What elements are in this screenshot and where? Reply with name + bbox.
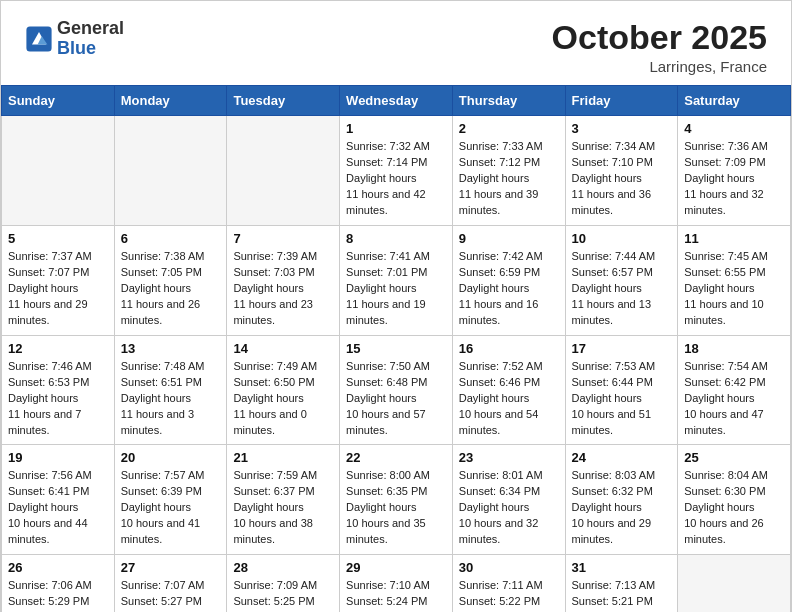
cell-content: Sunrise: 7:07 AMSunset: 5:27 PMDaylight …	[121, 578, 221, 612]
calendar-cell: 18Sunrise: 7:54 AMSunset: 6:42 PMDayligh…	[678, 335, 791, 445]
cell-content: Sunrise: 8:00 AMSunset: 6:35 PMDaylight …	[346, 468, 446, 548]
calendar-cell: 17Sunrise: 7:53 AMSunset: 6:44 PMDayligh…	[565, 335, 678, 445]
day-number: 12	[8, 341, 108, 356]
calendar-cell: 10Sunrise: 7:44 AMSunset: 6:57 PMDayligh…	[565, 226, 678, 336]
calendar-cell: 19Sunrise: 7:56 AMSunset: 6:41 PMDayligh…	[2, 445, 115, 555]
cell-content: Sunrise: 7:49 AMSunset: 6:50 PMDaylight …	[233, 359, 333, 439]
day-number: 19	[8, 450, 108, 465]
day-number: 13	[121, 341, 221, 356]
cell-content: Sunrise: 7:34 AMSunset: 7:10 PMDaylight …	[572, 139, 672, 219]
month-title: October 2025	[552, 19, 767, 56]
week-row-2: 12Sunrise: 7:46 AMSunset: 6:53 PMDayligh…	[2, 335, 791, 445]
calendar-cell	[2, 116, 115, 226]
header: General Blue October 2025 Larringes, Fra…	[1, 1, 791, 85]
cell-content: Sunrise: 7:32 AMSunset: 7:14 PMDaylight …	[346, 139, 446, 219]
logo-general: General	[57, 18, 124, 38]
calendar-cell: 1Sunrise: 7:32 AMSunset: 7:14 PMDaylight…	[340, 116, 453, 226]
cell-content: Sunrise: 7:38 AMSunset: 7:05 PMDaylight …	[121, 249, 221, 329]
cell-content: Sunrise: 7:54 AMSunset: 6:42 PMDaylight …	[684, 359, 784, 439]
calendar-cell: 6Sunrise: 7:38 AMSunset: 7:05 PMDaylight…	[114, 226, 227, 336]
day-number: 8	[346, 231, 446, 246]
weekday-header-tuesday: Tuesday	[227, 86, 340, 116]
cell-content: Sunrise: 7:06 AMSunset: 5:29 PMDaylight …	[8, 578, 108, 612]
day-number: 27	[121, 560, 221, 575]
cell-content: Sunrise: 7:11 AMSunset: 5:22 PMDaylight …	[459, 578, 559, 612]
day-number: 16	[459, 341, 559, 356]
day-number: 23	[459, 450, 559, 465]
day-number: 30	[459, 560, 559, 575]
cell-content: Sunrise: 7:53 AMSunset: 6:44 PMDaylight …	[572, 359, 672, 439]
location: Larringes, France	[552, 58, 767, 75]
day-number: 22	[346, 450, 446, 465]
calendar-page: General Blue October 2025 Larringes, Fra…	[0, 0, 792, 612]
calendar-cell	[114, 116, 227, 226]
cell-content: Sunrise: 7:45 AMSunset: 6:55 PMDaylight …	[684, 249, 784, 329]
calendar-cell: 21Sunrise: 7:59 AMSunset: 6:37 PMDayligh…	[227, 445, 340, 555]
cell-content: Sunrise: 7:46 AMSunset: 6:53 PMDaylight …	[8, 359, 108, 439]
calendar-cell: 23Sunrise: 8:01 AMSunset: 6:34 PMDayligh…	[452, 445, 565, 555]
cell-content: Sunrise: 7:52 AMSunset: 6:46 PMDaylight …	[459, 359, 559, 439]
weekday-header-wednesday: Wednesday	[340, 86, 453, 116]
calendar-cell: 28Sunrise: 7:09 AMSunset: 5:25 PMDayligh…	[227, 555, 340, 612]
day-number: 4	[684, 121, 784, 136]
cell-content: Sunrise: 8:01 AMSunset: 6:34 PMDaylight …	[459, 468, 559, 548]
day-number: 2	[459, 121, 559, 136]
cell-content: Sunrise: 7:37 AMSunset: 7:07 PMDaylight …	[8, 249, 108, 329]
day-number: 9	[459, 231, 559, 246]
cell-content: Sunrise: 7:44 AMSunset: 6:57 PMDaylight …	[572, 249, 672, 329]
day-number: 17	[572, 341, 672, 356]
day-number: 14	[233, 341, 333, 356]
day-number: 29	[346, 560, 446, 575]
calendar-cell: 14Sunrise: 7:49 AMSunset: 6:50 PMDayligh…	[227, 335, 340, 445]
weekday-header-thursday: Thursday	[452, 86, 565, 116]
day-number: 31	[572, 560, 672, 575]
calendar-table: SundayMondayTuesdayWednesdayThursdayFrid…	[1, 85, 791, 612]
cell-content: Sunrise: 7:09 AMSunset: 5:25 PMDaylight …	[233, 578, 333, 612]
cell-content: Sunrise: 7:57 AMSunset: 6:39 PMDaylight …	[121, 468, 221, 548]
calendar-cell: 12Sunrise: 7:46 AMSunset: 6:53 PMDayligh…	[2, 335, 115, 445]
calendar-cell: 8Sunrise: 7:41 AMSunset: 7:01 PMDaylight…	[340, 226, 453, 336]
cell-content: Sunrise: 7:41 AMSunset: 7:01 PMDaylight …	[346, 249, 446, 329]
week-row-4: 26Sunrise: 7:06 AMSunset: 5:29 PMDayligh…	[2, 555, 791, 612]
week-row-0: 1Sunrise: 7:32 AMSunset: 7:14 PMDaylight…	[2, 116, 791, 226]
calendar-cell: 27Sunrise: 7:07 AMSunset: 5:27 PMDayligh…	[114, 555, 227, 612]
calendar-cell: 7Sunrise: 7:39 AMSunset: 7:03 PMDaylight…	[227, 226, 340, 336]
logo-blue: Blue	[57, 38, 96, 58]
week-row-1: 5Sunrise: 7:37 AMSunset: 7:07 PMDaylight…	[2, 226, 791, 336]
weekday-header-monday: Monday	[114, 86, 227, 116]
calendar-wrapper: SundayMondayTuesdayWednesdayThursdayFrid…	[1, 85, 791, 612]
day-number: 25	[684, 450, 784, 465]
day-number: 21	[233, 450, 333, 465]
logo-icon	[25, 25, 53, 53]
cell-content: Sunrise: 7:48 AMSunset: 6:51 PMDaylight …	[121, 359, 221, 439]
weekday-header-friday: Friday	[565, 86, 678, 116]
calendar-cell: 13Sunrise: 7:48 AMSunset: 6:51 PMDayligh…	[114, 335, 227, 445]
calendar-cell: 26Sunrise: 7:06 AMSunset: 5:29 PMDayligh…	[2, 555, 115, 612]
cell-content: Sunrise: 7:13 AMSunset: 5:21 PMDaylight …	[572, 578, 672, 612]
cell-content: Sunrise: 7:36 AMSunset: 7:09 PMDaylight …	[684, 139, 784, 219]
weekday-header-row: SundayMondayTuesdayWednesdayThursdayFrid…	[2, 86, 791, 116]
day-number: 7	[233, 231, 333, 246]
cell-content: Sunrise: 7:42 AMSunset: 6:59 PMDaylight …	[459, 249, 559, 329]
calendar-cell: 9Sunrise: 7:42 AMSunset: 6:59 PMDaylight…	[452, 226, 565, 336]
calendar-cell: 5Sunrise: 7:37 AMSunset: 7:07 PMDaylight…	[2, 226, 115, 336]
title-section: October 2025 Larringes, France	[552, 19, 767, 75]
day-number: 11	[684, 231, 784, 246]
week-row-3: 19Sunrise: 7:56 AMSunset: 6:41 PMDayligh…	[2, 445, 791, 555]
day-number: 26	[8, 560, 108, 575]
calendar-cell: 20Sunrise: 7:57 AMSunset: 6:39 PMDayligh…	[114, 445, 227, 555]
calendar-cell: 2Sunrise: 7:33 AMSunset: 7:12 PMDaylight…	[452, 116, 565, 226]
calendar-cell: 30Sunrise: 7:11 AMSunset: 5:22 PMDayligh…	[452, 555, 565, 612]
day-number: 20	[121, 450, 221, 465]
cell-content: Sunrise: 8:04 AMSunset: 6:30 PMDaylight …	[684, 468, 784, 548]
logo: General Blue	[25, 19, 124, 59]
cell-content: Sunrise: 7:56 AMSunset: 6:41 PMDaylight …	[8, 468, 108, 548]
weekday-header-sunday: Sunday	[2, 86, 115, 116]
logo-text: General Blue	[57, 19, 124, 59]
day-number: 6	[121, 231, 221, 246]
calendar-cell: 3Sunrise: 7:34 AMSunset: 7:10 PMDaylight…	[565, 116, 678, 226]
calendar-cell: 11Sunrise: 7:45 AMSunset: 6:55 PMDayligh…	[678, 226, 791, 336]
day-number: 15	[346, 341, 446, 356]
day-number: 5	[8, 231, 108, 246]
calendar-cell: 4Sunrise: 7:36 AMSunset: 7:09 PMDaylight…	[678, 116, 791, 226]
